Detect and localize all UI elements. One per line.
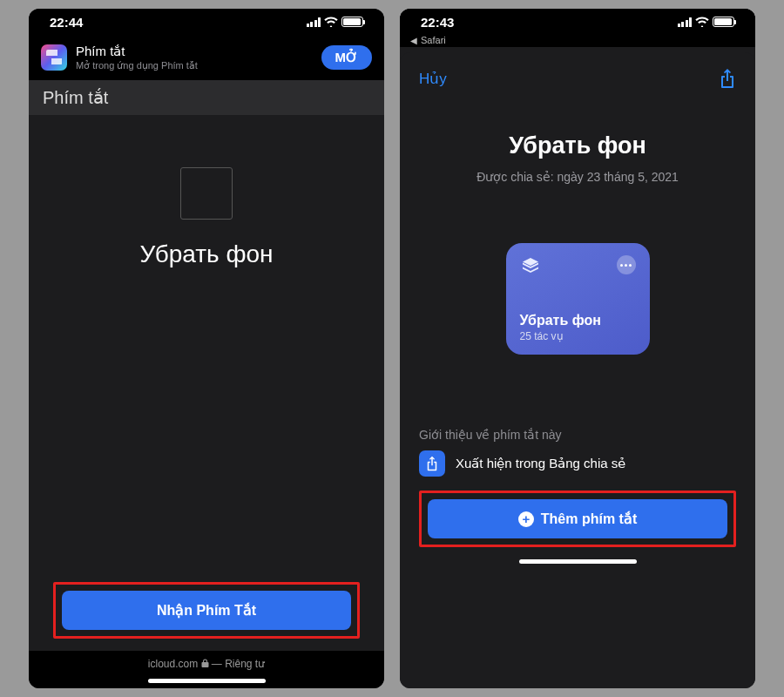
get-shortcut-button[interactable]: Nhận Phím Tắt — [62, 591, 351, 630]
get-shortcut-label: Nhận Phím Tắt — [157, 602, 256, 619]
battery-icon — [713, 17, 734, 27]
chevron-left-icon: ◀ — [410, 36, 417, 45]
add-shortcut-label: Thêm phím tắt — [541, 511, 637, 527]
status-bar: 22:44 — [29, 9, 384, 35]
wifi-icon — [695, 17, 709, 27]
home-indicator[interactable] — [519, 559, 637, 564]
footer-domain: icloud.com — [148, 658, 198, 670]
back-to-app[interactable]: ◀ Safari — [400, 35, 755, 47]
status-time: 22:44 — [50, 15, 83, 30]
browser-footer: icloud.com — Riêng tư — [29, 651, 384, 688]
battery-icon — [341, 17, 363, 27]
card-subtitle: 25 tác vụ — [520, 330, 636, 342]
share-badge-icon — [419, 450, 445, 477]
breadcrumb-label: Safari — [421, 35, 446, 45]
status-bar: 22:43 — [400, 9, 755, 35]
shortcut-thumbnail-placeholder — [180, 167, 233, 220]
lock-icon — [201, 658, 209, 670]
shortcut-title: Убрать фон — [419, 132, 736, 159]
cellular-signal-icon — [307, 17, 321, 27]
cellular-signal-icon — [678, 17, 693, 27]
stack-icon — [520, 255, 541, 276]
app-banner-title: Phím tắt — [76, 44, 321, 59]
main-content: Убрать фон Nhận Phím Tắt — [29, 115, 384, 651]
sheet-header: Hủy — [419, 52, 736, 96]
plus-icon: + — [518, 511, 534, 527]
add-shortcut-button[interactable]: + Thêm phím tắt — [428, 499, 727, 538]
share-sheet-row: Xuất hiện trong Bảng chia sẻ — [419, 450, 736, 477]
app-banner: Phím tắt Mở trong ứng dụng Phím tắt MỞ — [29, 35, 384, 80]
card-title: Убрать фон — [520, 313, 636, 328]
open-button[interactable]: MỞ — [321, 45, 373, 70]
home-indicator[interactable] — [148, 679, 266, 683]
share-icon[interactable] — [719, 68, 736, 89]
shortcut-card[interactable]: Убрать фон 25 tác vụ — [506, 243, 650, 355]
shortcut-name: Убрать фон — [139, 240, 273, 268]
intro-label: Giới thiệu về phím tắt này — [419, 428, 736, 442]
app-banner-subtitle: Mở trong ứng dụng Phím tắt — [76, 60, 321, 71]
wifi-icon — [324, 17, 338, 27]
footer-privacy: — Riêng tư — [212, 658, 265, 670]
app-banner-text: Phím tắt Mở trong ứng dụng Phím tắt — [76, 44, 321, 71]
phone-right: 22:43 ◀ Safari Hủy Убрать фон Được chia … — [400, 9, 755, 688]
more-icon[interactable] — [617, 255, 636, 274]
shortcut-sheet: Hủy Убрать фон Được chia sẻ: ngày 23 thá… — [400, 52, 755, 688]
section-header: Phím tắt — [29, 80, 384, 115]
cancel-button[interactable]: Hủy — [419, 70, 447, 88]
annotation-highlight: + Thêm phím tắt — [419, 491, 736, 547]
annotation-highlight: Nhận Phím Tắt — [53, 582, 360, 639]
status-icons — [678, 17, 735, 27]
status-icons — [307, 17, 364, 27]
phone-left: 22:44 Phím tắt Mở trong ứng dụng Phím tắ… — [29, 9, 384, 688]
share-row-text: Xuất hiện trong Bảng chia sẻ — [456, 456, 625, 471]
shared-date: Được chia sẻ: ngày 23 tháng 5, 2021 — [419, 170, 736, 184]
shortcuts-app-icon — [41, 44, 67, 71]
status-time: 22:43 — [421, 15, 454, 30]
